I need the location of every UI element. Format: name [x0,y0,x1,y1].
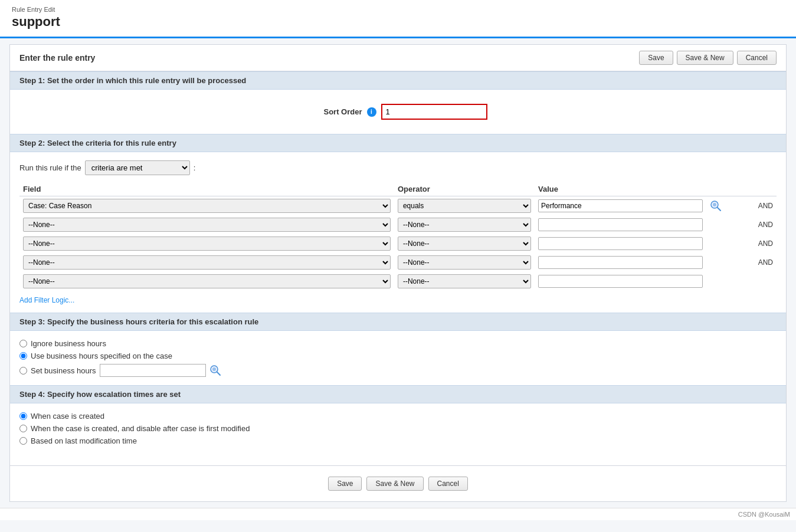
step3-radio-ignore[interactable] [19,340,27,347]
step2-header: Step 2: Select the criteria for this rul… [10,134,786,152]
operator-col-header: Operator [394,182,535,196]
operator-select-1[interactable]: equals not equal to contains [398,199,531,213]
sort-order-row: Sort Order i [19,98,777,126]
svg-point-1 [713,203,716,206]
watermark-text: CSDN @KousaiM [738,511,790,518]
footer-cancel-button[interactable]: Cancel [428,477,468,491]
header-btn-row: Save Save & New Cancel [639,51,777,65]
lookup-icon-1[interactable] [710,200,722,212]
top-bar: Rule Entry Edit support [0,0,796,38]
footer-watermark: CSDN @KousaiM [0,508,796,520]
panel-header-row: Enter the rule entry Save Save & New Can… [10,45,786,71]
field-select-4[interactable]: --None-- [23,255,391,270]
step4-radio-created[interactable] [19,412,27,420]
and-label-1: AND [738,196,777,216]
value-input-5[interactable] [538,275,703,288]
and-label-4: AND [738,253,777,272]
step1-body: Sort Order i [10,90,786,134]
value-input-1[interactable] [538,199,703,212]
sort-order-input[interactable] [381,104,487,120]
operator-select-2[interactable]: --None-- [398,218,531,232]
criteria-dropdown[interactable]: criteria are met any criteria are met no… [85,160,190,175]
operator-select-4[interactable]: --None-- [398,255,531,270]
run-rule-suffix: : [194,163,196,172]
step3-radio-set[interactable] [19,367,27,375]
footer-save-button[interactable]: Save [328,477,362,491]
set-hours-input[interactable] [100,364,206,377]
step4-option-created: When case is created [19,412,777,421]
operator-select-5[interactable]: --None-- [398,274,531,288]
step4-radio-group: When case is created When the case is cr… [19,412,777,445]
step3-header: Step 3: Specify the business hours crite… [10,313,786,331]
step3-label-use-case: Use business hours specified on the case [31,352,172,360]
and-label-2: AND [738,215,777,234]
step3-radio-group: Ignore business hours Use business hours… [19,339,777,377]
filter-row-2: --None-- --None-- AND [19,215,777,234]
filter-row-5: --None-- --None-- [19,272,777,291]
icon-col-header [706,182,738,196]
value-input-3[interactable] [538,237,703,250]
field-col-header: Field [19,182,394,196]
step3-radio-use-case[interactable] [19,352,27,360]
info-icon[interactable]: i [367,107,376,117]
enter-rule-title: Enter the rule entry [19,53,95,63]
value-input-4[interactable] [538,256,703,269]
value-col-header: Value [535,182,706,196]
field-select-2[interactable]: --None-- [23,218,391,232]
filter-row-4: --None-- --None-- AND [19,253,777,272]
footer-save-new-button[interactable]: Save & New [366,477,423,491]
step4-option-created-disable: When the case is created, and disable af… [19,424,777,433]
and-label-3: AND [738,234,777,253]
spacer [10,454,786,465]
header-save-new-button[interactable]: Save & New [677,51,733,65]
step4-radio-last-mod[interactable] [19,437,27,445]
step4-label-last-mod: Based on last modification time [31,436,137,445]
step4-option-last-mod: Based on last modification time [19,436,777,445]
page-subtitle: Rule Entry Edit [12,6,784,13]
step3-body: Ignore business hours Use business hours… [10,331,786,385]
step2-body: Run this rule if the criteria are met an… [10,152,786,313]
filter-table: Field Operator Value Case: Case Reason [19,182,777,291]
step4-header: Step 4: Specify how escalation times are… [10,385,786,403]
step3-option-ignore: Ignore business hours [19,339,777,348]
filter-row-3: --None-- --None-- AND [19,234,777,253]
and-col-header [738,182,777,196]
step3-option-set: Set business hours [19,364,777,377]
svg-line-5 [217,372,220,375]
field-select-1[interactable]: Case: Case Reason --None-- [23,199,391,213]
step3-option-use-case: Use business hours specified on the case [19,352,777,360]
svg-point-4 [212,367,216,371]
step3-label-ignore: Ignore business hours [31,339,106,348]
step4-label-created-disable: When the case is created, and disable af… [31,424,250,433]
and-label-5 [738,272,777,291]
run-rule-prefix: Run this rule if the [19,163,81,172]
set-hours-lookup-icon[interactable] [209,364,221,376]
bottom-btn-row: Save Save & New Cancel [10,465,786,501]
step4-label-created: When case is created [31,412,104,421]
svg-line-2 [718,208,720,211]
operator-select-3[interactable]: --None-- [398,237,531,251]
step3-label-set: Set business hours [31,366,96,375]
add-filter-logic-link[interactable]: Add Filter Logic... [19,296,74,304]
step4-body: When case is created When the case is cr… [10,403,786,454]
page-title: support [12,14,784,29]
sort-order-label: Sort Order [309,107,362,116]
field-select-3[interactable]: --None-- [23,237,391,251]
field-select-5[interactable]: --None-- [23,274,391,288]
criteria-row: Run this rule if the criteria are met an… [19,160,777,175]
header-save-button[interactable]: Save [639,51,673,65]
header-cancel-button[interactable]: Cancel [737,51,777,65]
main-panel: Enter the rule entry Save Save & New Can… [9,44,787,502]
step1-header: Step 1: Set the order in which this rule… [10,71,786,90]
step4-radio-created-disable[interactable] [19,425,27,432]
value-input-2[interactable] [538,218,703,231]
filter-row-1: Case: Case Reason --None-- equals not eq… [19,196,777,216]
main-content: Enter the rule entry Save Save & New Can… [0,38,796,508]
